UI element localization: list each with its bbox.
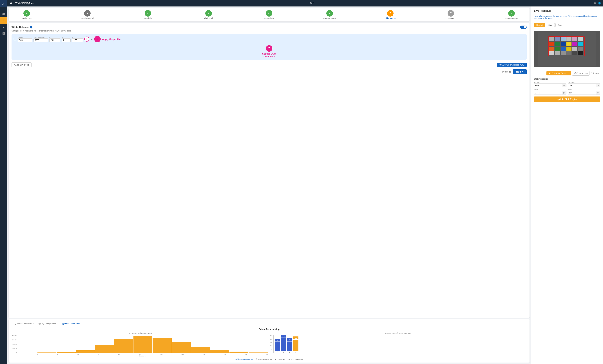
theme-dark-button[interactable]: Dark	[556, 23, 564, 27]
svg-rect-54	[578, 51, 583, 55]
stat-region-title: Statistic region :	[534, 78, 600, 80]
svg-rect-15	[87, 38, 87, 39]
sidebar-icon-document[interactable]	[0, 30, 7, 37]
step-label-contrast: Contrast	[448, 17, 454, 19]
refresh-button[interactable]: Refresh	[591, 72, 600, 74]
chart-actions: Before demosaicing After demosaicing Dow…	[12, 358, 527, 360]
bar-chart-bars: 42 R 74 G	[273, 335, 527, 353]
app-title: ST STM32 ISP IQTune	[9, 2, 34, 5]
step-white-balance[interactable]: ⊙ White Balance	[375, 10, 406, 19]
statistic-region-section: Statistic region : Top left X px Top Rig…	[534, 78, 600, 102]
download-button[interactable]: Download	[275, 358, 285, 360]
bar-b-label: 46	[287, 338, 292, 341]
svg-rect-17	[87, 39, 87, 40]
download-label: Download	[277, 358, 285, 360]
previous-button[interactable]: Previous	[502, 70, 511, 73]
svg-rect-35	[572, 37, 577, 41]
after-demosaicing-button[interactable]: After demosaicing	[255, 358, 272, 360]
step-gamma-correction[interactable]: ✓ Gamma correction	[496, 10, 527, 19]
hist-bar-11	[230, 352, 249, 353]
stat-width-input[interactable]	[534, 91, 562, 94]
profile-r-input[interactable]: 2.32	[49, 38, 60, 42]
add-profile-button[interactable]: + Add new profile	[12, 62, 32, 67]
step-bad-pixels[interactable]: ✓ Bad pixels	[133, 10, 163, 19]
wb-info-icon[interactable]: i	[30, 26, 32, 28]
callout-8-text: Apply the profile	[102, 38, 121, 41]
stat-height: Height px	[568, 89, 600, 95]
tabs: Sensor information My Configuration Pixe…	[12, 321, 527, 326]
svg-rect-27	[63, 323, 64, 325]
before-demosaicing-button[interactable]: Before demosaicing	[235, 358, 253, 360]
svg-text:ST: ST	[9, 2, 12, 5]
stat-fields: Top left X px Top Right Y px	[534, 81, 600, 95]
tab-my-config[interactable]: My Configuration	[36, 321, 59, 326]
sidebar-icon-waveform[interactable]	[0, 24, 7, 30]
tab-pixel-luminance-label: Pixel Luminance	[64, 323, 80, 325]
histogram-title: Pixel number per luminance point	[12, 332, 268, 334]
ccm-grid-button[interactable]	[84, 36, 89, 42]
svg-rect-36	[578, 37, 583, 41]
step-icon-contrast: ⊙	[448, 10, 454, 17]
step-exposure-control[interactable]: ✓ Exposure Control	[314, 10, 345, 19]
app-title-text: STM32 ISP IQTune	[15, 2, 34, 4]
step-label-white-balance: White Balance	[385, 17, 396, 19]
step-black-level[interactable]: ✓ Black Level	[193, 10, 223, 19]
step-icon-starting-point: ✓	[23, 10, 30, 17]
tab-sensor-info[interactable]: Sensor information	[12, 321, 36, 326]
main-container: ST STM32 ISP IQTune ST 🖥 🌐 ✓ Starting Po…	[7, 0, 603, 364]
step-contrast[interactable]: ⊙ Contrast	[436, 10, 466, 19]
svg-rect-53	[572, 51, 577, 55]
svg-rect-26	[63, 323, 63, 325]
tab-pixel-luminance[interactable]: Pixel Luminance	[59, 321, 82, 326]
profile-g-field: G 1	[62, 36, 70, 42]
profile-section: Profile id D65 Color Temperature 6500 R …	[12, 34, 527, 60]
stat-height-unit: px	[596, 91, 600, 94]
profile-temp-input[interactable]: 6500	[34, 38, 48, 42]
svg-rect-14	[86, 38, 86, 39]
bar-chart-y-labels: 255 200 150 100 50 0	[270, 335, 273, 353]
profile-id-input[interactable]: D65	[18, 38, 32, 42]
bar-chart-title: Average value of RGB & Luminance	[270, 332, 527, 334]
left-panel: ✓ Starting Point ✗ Statistic Removal ✓ B…	[7, 6, 531, 364]
globe-icon[interactable]: 🌐	[598, 2, 601, 4]
stat-top-right-y: Top Right Y px	[568, 81, 600, 87]
svg-rect-24	[62, 324, 62, 325]
stat-height-input[interactable]	[568, 91, 596, 94]
wb-title-row: White Balance i	[12, 26, 32, 29]
theme-light-button[interactable]: Light	[546, 23, 555, 27]
monitor-icon[interactable]: 🖥	[594, 2, 596, 4]
charts-row: Pixel number per luminance point 400,000…	[12, 332, 527, 357]
stat-top-right-y-input[interactable]	[568, 83, 596, 87]
profile-g-input[interactable]: 1	[62, 38, 70, 42]
step-icon-demosaicing: ✓	[266, 10, 272, 17]
recalculate-stats-label: Recalculate stats	[289, 358, 303, 360]
hist-bar-6	[133, 336, 152, 353]
update-stat-region-button[interactable]: Update Stat. Region	[534, 96, 600, 102]
activate-awb-button[interactable]: Activate embedded AWB	[497, 63, 527, 67]
callout-7-text: Set the CCMcoefficients	[262, 52, 276, 58]
stat-top-left-x-input[interactable]	[534, 83, 562, 87]
next-button[interactable]: Next	[513, 69, 527, 74]
recalculate-stats-button[interactable]: Recalculate stats	[287, 358, 303, 360]
step-icon-gamma-correction: ✓	[508, 10, 515, 17]
step-demosaicing[interactable]: ✓ Demosaicing	[254, 10, 284, 19]
sidebar-icon-target[interactable]	[0, 11, 7, 17]
theme-default-button[interactable]: Default	[534, 23, 545, 27]
download-dump-button[interactable]: Download Dump	[546, 71, 571, 75]
profile-checkbox[interactable]	[14, 38, 16, 40]
step-statistic-removal[interactable]: ✗ Statistic Removal	[72, 10, 102, 19]
svg-rect-42	[578, 42, 583, 46]
wizard-steps: ✓ Starting Point ✗ Statistic Removal ✓ B…	[12, 10, 527, 19]
stat-width: Width px	[534, 89, 567, 95]
step-starting-point[interactable]: ✓ Starting Point	[12, 10, 42, 19]
sidebar-icon-tune[interactable]	[0, 17, 7, 24]
hist-bar-3	[76, 350, 95, 353]
svg-point-3	[3, 14, 4, 14]
profile-b-input[interactable]: 1.65	[72, 38, 83, 42]
open-in-new-button[interactable]: Open in new	[572, 71, 590, 76]
profile-id-field: Profile id D65	[18, 36, 32, 42]
wizard-card: ✓ Starting Point ✗ Statistic Removal ✓ B…	[9, 8, 530, 21]
svg-rect-31	[549, 37, 554, 41]
wb-toggle[interactable]	[520, 25, 527, 29]
bar-b: 46 B	[287, 338, 292, 353]
